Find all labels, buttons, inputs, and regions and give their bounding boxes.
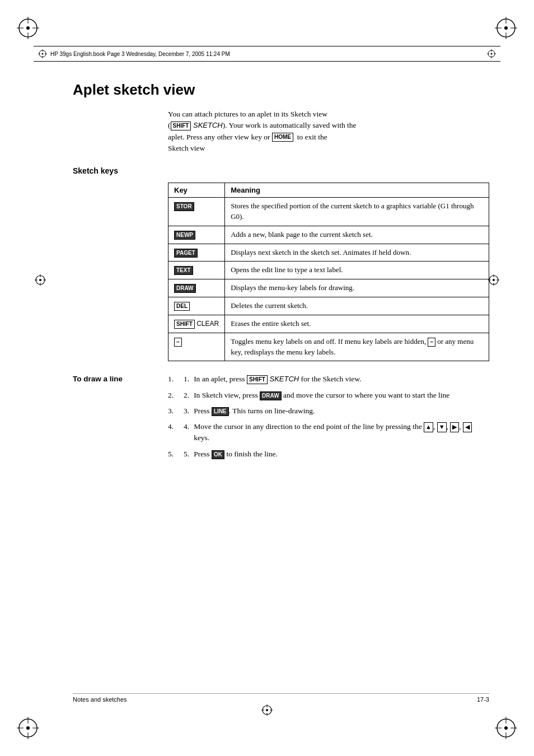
meaning-cell-shift-clear: Erases the entire sketch set. — [225, 315, 489, 333]
header-text: HP 39gs English.book Page 3 Wednesday, D… — [50, 51, 230, 57]
draw-line-label: To draw a line — [73, 374, 168, 464]
table-row: PAGET Displays next sketch in the sketch… — [168, 244, 489, 262]
right-arrow-key: ▶ — [450, 422, 459, 432]
step-2-text: In Sketch view, press DRAW and move the … — [194, 390, 449, 401]
down-arrow-key: ▼ — [437, 422, 447, 432]
footer: Notes and sketches 17-3 — [73, 693, 489, 703]
key-cell-shift-clear: SHIFT CLEAR — [168, 315, 225, 333]
intro-line1: You can attach pictures to an aplet in i… — [168, 110, 357, 152]
table-row: NEWP Adds a new, blank page to the curre… — [168, 226, 489, 244]
svg-point-49 — [266, 709, 268, 711]
header-reg-right — [487, 49, 496, 58]
svg-point-19 — [504, 726, 508, 730]
step-3-text: Press LINE. This turns on line-drawing. — [194, 405, 315, 417]
key-cell-text: TEXT — [168, 262, 225, 279]
draw-line-steps: 1. In an aplet, press SHIFT SKETCH for t… — [168, 374, 489, 464]
reg-circle-top-right — [495, 17, 517, 39]
step-1: 1. In an aplet, press SHIFT SKETCH for t… — [168, 374, 489, 385]
key-cell-paget: PAGET — [168, 244, 225, 262]
table-row: DRAW Displays the menu-key labels for dr… — [168, 279, 489, 297]
newp-key: NEWP — [174, 231, 195, 240]
minus-key-inline: – — [428, 338, 435, 347]
sketch-keys-heading-container: Sketch keys — [73, 166, 489, 176]
reg-circle-bottom-right — [495, 717, 517, 739]
page: HP 39gs English.book Page 3 Wednesday, D… — [0, 0, 534, 756]
svg-point-25 — [42, 53, 44, 55]
meaning-cell-text: Opens the edit line to type a text label… — [225, 262, 489, 279]
sketch-keys-heading: Sketch keys — [73, 166, 118, 175]
clear-text: CLEAR — [196, 320, 219, 328]
meaning-cell-del: Deletes the current sketch. — [225, 297, 489, 315]
svg-point-7 — [504, 26, 508, 30]
ok-key-step5: OK — [212, 450, 224, 459]
table-row: STOR Stores the specified portion of the… — [168, 198, 489, 226]
meaning-cell-draw: Displays the menu-key labels for drawing… — [225, 279, 489, 297]
table-header-row: Key Meaning — [168, 183, 489, 198]
svg-point-31 — [491, 53, 493, 55]
step-5-num: 5. — [184, 449, 189, 460]
main-content: Aplet sketch view You can attach picture… — [73, 81, 489, 464]
draw-line-section: To draw a line 1. In an aplet, press SHI… — [73, 374, 489, 464]
footer-right: 17-3 — [477, 696, 489, 703]
svg-point-37 — [39, 279, 41, 281]
step-1-num: 1. — [184, 374, 189, 385]
text-key: TEXT — [174, 266, 193, 275]
sketch-key-italic: SKETCH — [268, 375, 299, 383]
step-5-text: Press OK to finish the line. — [194, 449, 278, 460]
header-bar: HP 39gs English.book Page 3 Wednesday, D… — [34, 46, 500, 62]
meaning-cell-newp: Adds a new, blank page to the current sk… — [225, 226, 489, 244]
step-5: 5. Press OK to finish the line. — [168, 449, 489, 460]
line-key-step3: LINE — [212, 407, 229, 416]
sketch-italic: SKETCH — [191, 121, 222, 129]
step-2: 2. In Sketch view, press DRAW and move t… — [168, 390, 489, 401]
intro-paragraph: You can attach pictures to an aplet in i… — [168, 109, 489, 154]
steps-list: 1. In an aplet, press SHIFT SKETCH for t… — [168, 374, 489, 460]
key-cell-newp: NEWP — [168, 226, 225, 244]
reg-circle-top-left — [17, 17, 39, 39]
step-4-num: 4. — [184, 421, 189, 444]
meaning-cell-minus: Toggles menu key labels on and off. If m… — [225, 333, 489, 361]
right-mid-reg — [488, 274, 499, 288]
step-3: 3. Press LINE. This turns on line-drawin… — [168, 405, 489, 417]
svg-point-1 — [26, 26, 30, 30]
key-cell-del: DEL — [168, 297, 225, 315]
table-row: TEXT Opens the edit line to type a text … — [168, 262, 489, 279]
minus-key: – — [174, 338, 182, 347]
step-2-num: 2. — [184, 390, 189, 401]
draw-key-step2: DRAW — [260, 391, 282, 400]
bottom-center-reg — [261, 704, 273, 718]
paget-key: PAGET — [174, 249, 198, 258]
reg-circle-bottom-left — [17, 717, 39, 739]
stor-key: STOR — [174, 202, 194, 211]
left-arrow-key: ◀ — [463, 422, 472, 432]
page-title: Aplet sketch view — [73, 81, 489, 99]
footer-left: Notes and sketches — [73, 696, 127, 703]
up-arrow-key: ▲ — [424, 422, 433, 432]
del-key: DEL — [174, 302, 190, 311]
key-cell-minus: – — [168, 333, 225, 361]
shift-key-clear: SHIFT — [174, 320, 195, 329]
header-reg-left — [38, 49, 47, 58]
step-4: 4. Move the cursor in any direction to t… — [168, 421, 489, 444]
svg-point-43 — [493, 279, 495, 281]
key-cell-draw: DRAW — [168, 279, 225, 297]
step-3-num: 3. — [184, 405, 189, 417]
col-key-header: Key — [168, 183, 225, 198]
shift-key-badge: SHIFT — [171, 122, 191, 130]
shift-key-step1: SHIFT — [247, 375, 268, 384]
meaning-cell-paget: Displays next sketch in the sketch set. … — [225, 244, 489, 262]
draw-key: DRAW — [174, 284, 196, 293]
key-cell-stor: STOR — [168, 198, 225, 226]
col-meaning-header: Meaning — [225, 183, 489, 198]
step-1-text: In an aplet, press SHIFT SKETCH for the … — [194, 374, 361, 385]
sketch-keys-table: Key Meaning STOR Stores the specified po… — [168, 183, 489, 361]
svg-point-13 — [26, 726, 30, 730]
table-row: – Toggles menu key labels on and off. If… — [168, 333, 489, 361]
home-key-badge: HOME — [272, 133, 293, 142]
meaning-cell-stor: Stores the specified portion of the curr… — [225, 198, 489, 226]
table-row: SHIFT CLEAR Erases the entire sketch set… — [168, 315, 489, 333]
left-mid-reg — [35, 274, 46, 288]
step-4-text: Move the cursor in any direction to the … — [194, 421, 489, 444]
table-row: DEL Deletes the current sketch. — [168, 297, 489, 315]
